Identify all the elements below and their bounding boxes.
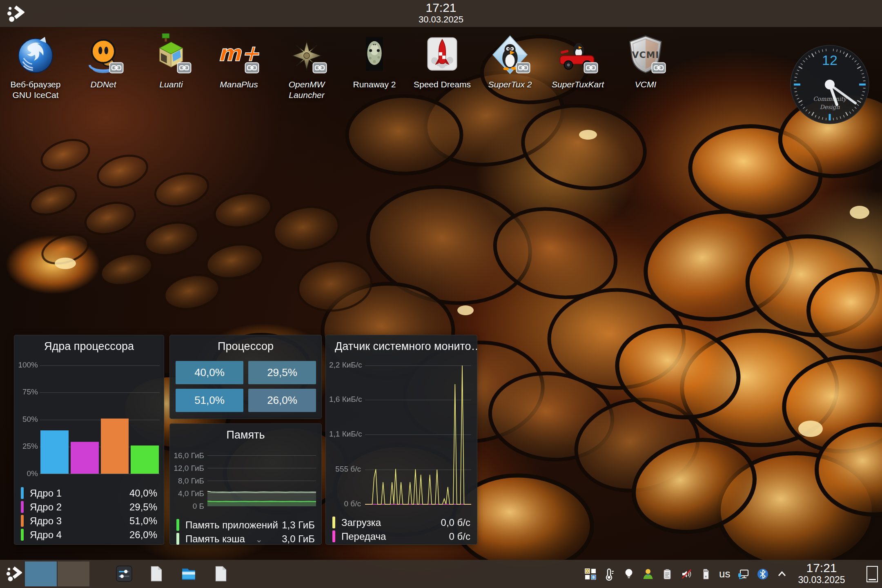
legend-row-core4: Ядро 4 26,0% <box>21 529 157 541</box>
cpu-usage-cell-4: 26,0% <box>248 389 316 412</box>
volume-muted-icon[interactable] <box>680 568 693 581</box>
legend-row-core1: Ядро 1 40,0% <box>21 487 157 499</box>
supertux2-icon <box>489 33 531 75</box>
legend-swatch <box>176 533 179 545</box>
axis-label: 75% <box>6 388 38 396</box>
taskbar-clock[interactable]: 17:21 30.03.2025 <box>793 561 850 585</box>
axis-label: 100% <box>6 361 38 370</box>
desktop-icon-vcmi[interactable]: VCMIVCMI <box>612 33 679 100</box>
task-manager <box>116 565 229 582</box>
cpu-usage-cell-2: 29,5% <box>248 361 316 384</box>
top-panel-launcher-button[interactable] <box>7 4 24 22</box>
show-desktop-button[interactable] <box>866 566 878 582</box>
cache-expander-chevron-icon[interactable]: ⌄ <box>256 535 263 544</box>
axis-label: 25% <box>6 442 38 451</box>
desktop-icon-supertux2[interactable]: SuperTux 2 <box>476 33 544 100</box>
widget-title: Память <box>170 429 321 441</box>
desktop-icon-manaplus[interactable]: m+ManaPlus <box>205 33 273 100</box>
desktop: 17:21 30.03.2025 Веб-браузерGNU IceCatDD… <box>0 0 882 588</box>
cpu-core-bar <box>71 442 99 474</box>
top-panel-clock[interactable]: 17:21 30.03.2025 <box>419 1 463 24</box>
desktop-icon-luanti[interactable]: Luanti <box>137 33 205 100</box>
removable-device-icon[interactable] <box>699 568 712 581</box>
desktop-icon-speeddreams[interactable]: Speed Dreams <box>408 33 476 100</box>
axis-label: 555 б/с <box>329 465 361 474</box>
system-tray: OBus <box>584 560 788 588</box>
desktop-icon-openmw[interactable]: OpenMWLauncher <box>273 33 341 100</box>
openmw-icon <box>285 33 328 75</box>
file-manager-icon[interactable] <box>180 565 197 582</box>
system-settings-icon[interactable] <box>116 565 133 582</box>
axis-label: 50% <box>6 415 38 424</box>
clipboard-icon[interactable] <box>661 568 674 581</box>
svg-text:12: 12 <box>822 52 837 68</box>
legend-label: Ядро 2 <box>30 501 62 512</box>
document-icon[interactable] <box>212 565 229 582</box>
legend-label: Память приложений <box>185 519 278 530</box>
legend-value: 3,0 ГиБ <box>282 533 315 545</box>
legend-label: Передача <box>341 531 386 542</box>
legend-row-cache-memory: Память кэша⌄ 3,0 ГиБ <box>176 533 315 545</box>
kde-launcher-icon <box>6 566 22 582</box>
desktop-icon-supertuxkart[interactable]: SuperTuxKart <box>544 33 612 100</box>
memory-widget: Память 16,0 ГиБ 12,0 ГиБ 8,0 ГиБ 4,0 ГиБ… <box>169 423 322 545</box>
symlink-emblem-icon <box>651 62 666 75</box>
display-connect-icon[interactable] <box>737 568 750 581</box>
legend-value: 29,5% <box>129 501 157 513</box>
legend-row-core3: Ядро 3 51,0% <box>21 515 157 527</box>
cpu-cores-widget: Ядра процессора 100% 75% 50% 25% 0% Ядро… <box>14 335 164 545</box>
symlink-emblem-icon <box>312 62 327 75</box>
luanti-icon <box>150 33 192 75</box>
legend-value: 1,3 ГиБ <box>282 519 315 531</box>
symlink-emblem-icon <box>245 62 259 75</box>
taskbar-launcher-button[interactable] <box>6 566 22 582</box>
network-spike-chart <box>365 365 471 505</box>
taskbar-time: 17:21 <box>793 561 850 575</box>
symlink-emblem-icon <box>584 62 598 75</box>
vcmi-icon: VCMI <box>624 33 667 75</box>
legend-swatch <box>332 517 335 528</box>
lightbulb-icon[interactable] <box>622 568 635 581</box>
keyboard-layout[interactable]: us <box>718 568 731 581</box>
bluetooth-icon[interactable] <box>756 568 769 581</box>
desktop-icon-label: Luanti <box>159 79 183 90</box>
svg-text:B: B <box>592 575 595 579</box>
legend-row-core2: Ядро 2 29,5% <box>21 501 157 513</box>
desktop-icon-runaway2[interactable]: Runaway 2 <box>341 33 408 100</box>
symlink-emblem-icon <box>109 62 124 75</box>
desktop-icon-label: VCMI <box>635 79 657 90</box>
taskbar-date: 30.03.2025 <box>793 575 850 585</box>
expand-tray-icon[interactable] <box>775 568 788 581</box>
desktop-icon-icecat[interactable]: Веб-браузерGNU IceCat <box>2 33 69 100</box>
symlink-emblem-icon <box>177 62 192 75</box>
icecat-icon <box>14 33 57 75</box>
cpu-cores-bar-chart <box>40 365 160 474</box>
legend-swatch <box>176 519 179 531</box>
desktop-icon-label: SuperTux 2 <box>488 79 532 90</box>
pager-desktop-2[interactable] <box>58 561 89 586</box>
svg-text:O: O <box>586 569 589 573</box>
legend-value: 0,0 б/с <box>441 517 470 529</box>
desktop-icon-label: SuperTuxKart <box>552 79 604 90</box>
thermometer-icon[interactable] <box>603 568 616 581</box>
desktop-icon-grid: Веб-браузерGNU IceCatDDNetLuantim+ManaPl… <box>2 33 679 100</box>
ddnet-icon <box>82 33 125 75</box>
user-icon[interactable] <box>641 568 655 581</box>
legend-row-app-memory: Память приложений 1,3 ГиБ <box>176 519 315 531</box>
legend-label: Загрузка <box>341 517 381 528</box>
ob-grid-icon[interactable]: OB <box>584 568 597 581</box>
axis-label: 16,0 ГиБ <box>172 451 204 460</box>
desktop-icon-ddnet[interactable]: DDNet <box>69 33 137 100</box>
axis-label: 0 Б <box>172 502 204 511</box>
axis-label: 12,0 ГиБ <box>172 464 204 473</box>
pager-desktop-1[interactable] <box>25 561 57 586</box>
cpu-core-bar <box>101 419 129 474</box>
legend-label: Ядро 3 <box>30 515 62 526</box>
kde-launcher-icon <box>7 4 24 22</box>
legend-swatch <box>21 515 24 527</box>
memory-area-chart <box>207 455 316 506</box>
legend-label: Ядро 4 <box>30 529 62 540</box>
document-icon[interactable] <box>148 565 165 582</box>
legend-row-upload: Передача 0 б/с <box>332 530 470 543</box>
legend-value: 51,0% <box>129 515 157 527</box>
